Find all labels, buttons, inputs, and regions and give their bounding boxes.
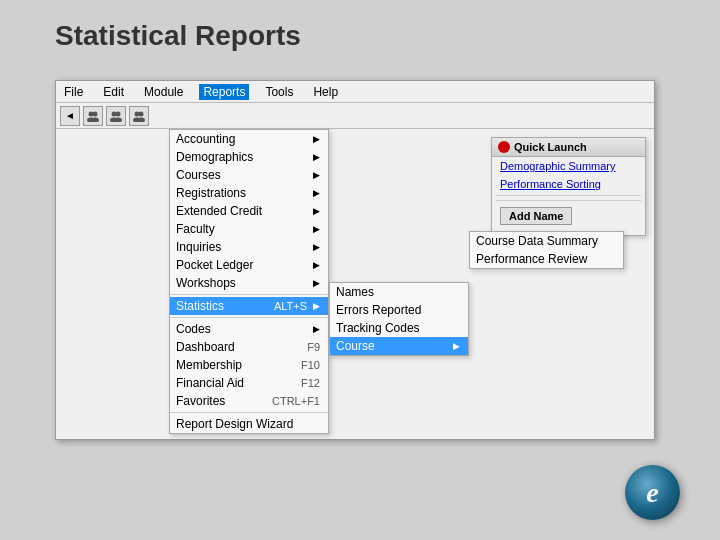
logo-symbol: e	[646, 477, 658, 509]
menu-module[interactable]: Module	[140, 84, 187, 100]
separator-2	[170, 317, 328, 318]
menu-courses[interactable]: Courses▶	[170, 166, 328, 184]
quick-launch-separator-2	[496, 200, 641, 201]
menu-edit[interactable]: Edit	[99, 84, 128, 100]
menu-codes[interactable]: Codes▶	[170, 320, 328, 338]
separator-1	[170, 294, 328, 295]
menu-file[interactable]: File	[60, 84, 87, 100]
menu-dashboard[interactable]: DashboardF9	[170, 338, 328, 356]
quick-launch-icon	[498, 141, 510, 153]
menu-report-design-wizard[interactable]: Report Design Wizard	[170, 415, 328, 433]
menu-faculty[interactable]: Faculty▶	[170, 220, 328, 238]
quick-launch-demographic-summary[interactable]: Demographic Summary	[492, 157, 645, 175]
app-logo: e	[625, 465, 680, 520]
submenu-errors-reported[interactable]: Errors Reported	[330, 301, 468, 319]
toolbar-btn-back[interactable]: ◄	[60, 106, 80, 126]
submenu-performance-review[interactable]: Performance Review	[470, 250, 623, 268]
menu-extended-credit[interactable]: Extended Credit▶	[170, 202, 328, 220]
menu-accounting[interactable]: Accounting▶	[170, 130, 328, 148]
menu-help[interactable]: Help	[309, 84, 342, 100]
menu-reports[interactable]: Reports	[199, 84, 249, 100]
content-area: Accounting▶ Demographics▶ Courses▶ Regis…	[56, 129, 654, 441]
svg-point-5	[116, 111, 121, 116]
menu-inquiries[interactable]: Inquiries▶	[170, 238, 328, 256]
menu-workshops[interactable]: Workshops▶	[170, 274, 328, 292]
submenu-course[interactable]: Course▶	[330, 337, 468, 355]
menu-bar: File Edit Module Reports Tools Help	[56, 81, 654, 103]
app-window: File Edit Module Reports Tools Help ◄	[55, 80, 655, 440]
svg-point-1	[93, 111, 98, 116]
statistics-submenu: Names Errors Reported Tracking Codes Cou…	[329, 282, 469, 356]
quick-launch-title: Quick Launch	[492, 138, 645, 157]
page-title: Statistical Reports	[0, 0, 720, 67]
menu-tools[interactable]: Tools	[261, 84, 297, 100]
course-submenu: Course Data Summary Performance Review	[469, 231, 624, 269]
toolbar-btn-2[interactable]	[106, 106, 126, 126]
menu-membership[interactable]: MembershipF10	[170, 356, 328, 374]
toolbar-btn-3[interactable]	[129, 106, 149, 126]
menu-demographics[interactable]: Demographics▶	[170, 148, 328, 166]
separator-3	[170, 412, 328, 413]
menu-registrations[interactable]: Registrations▶	[170, 184, 328, 202]
menu-favorites[interactable]: FavoritesCTRL+F1	[170, 392, 328, 410]
submenu-names[interactable]: Names	[330, 283, 468, 301]
quick-launch-performance-sorting[interactable]: Performance Sorting	[492, 175, 645, 193]
submenu-tracking-codes[interactable]: Tracking Codes	[330, 319, 468, 337]
submenu-course-data-summary[interactable]: Course Data Summary	[470, 232, 623, 250]
quick-launch-separator	[496, 195, 641, 196]
menu-statistics[interactable]: Statistics ALT+S ▶	[170, 297, 328, 315]
svg-point-9	[139, 111, 144, 116]
menu-pocket-ledger[interactable]: Pocket Ledger▶	[170, 256, 328, 274]
reports-dropdown: Accounting▶ Demographics▶ Courses▶ Regis…	[169, 129, 329, 434]
toolbar-btn-1[interactable]	[83, 106, 103, 126]
add-name-button[interactable]: Add Name	[500, 207, 572, 225]
quick-launch-panel: Quick Launch Demographic Summary Perform…	[491, 137, 646, 236]
toolbar: ◄	[56, 103, 654, 129]
menu-financial-aid[interactable]: Financial AidF12	[170, 374, 328, 392]
